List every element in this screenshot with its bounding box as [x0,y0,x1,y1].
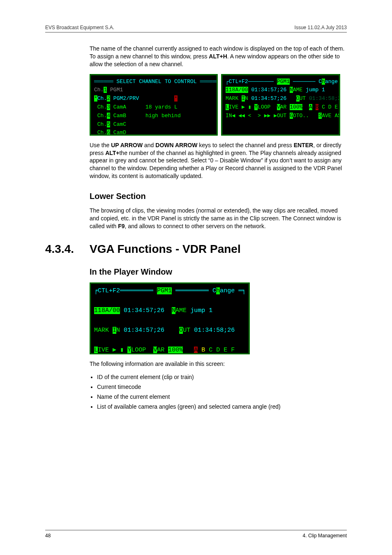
list-item: ID of the current element (clip or train… [97,374,347,380]
list-item: Current timecode [97,384,347,390]
list-item: Name of the current element [97,393,347,400]
list-item: List of available camera angles (green) … [97,403,347,410]
page-number: 48 [45,533,51,539]
footer-section: 4. Clip Management [303,533,347,539]
header-left: EVS Broadcast Equipment S.A. [45,25,114,30]
intro-para: The name of the channel currently assign… [90,45,347,68]
header-right: Issue 11.02.A July 2013 [295,25,347,30]
info-list: ID of the current element (clip or train… [90,374,347,410]
lower-section-heading: Lower Section [90,192,347,201]
vdr-mini-panel: ┌CTL+F2──────── PGM1 ─────── Change ┐ 11… [221,74,340,136]
section-number: 4.3.4. [45,243,90,256]
select-channel-panel: ══════ SELECT CHANNEL TO CONTROL ══════ … [90,74,218,136]
lower-section-para: The browsing of clips, the viewing modes… [90,207,347,230]
channel-select-screenshot: ══════ SELECT CHANNEL TO CONTROL ══════ … [90,74,347,136]
section-title: VGA Functions - VDR Panel [90,243,241,256]
vdr-player-panel: ╒CTL+F2═════════ PGM1 ═════════ Change ═… [90,282,250,354]
after-select-para: Use the UP ARROW and DOWN ARROW keys to … [90,141,347,180]
bullets-intro: The following information are available … [90,360,347,368]
player-window-heading: In the Player Window [90,267,347,277]
